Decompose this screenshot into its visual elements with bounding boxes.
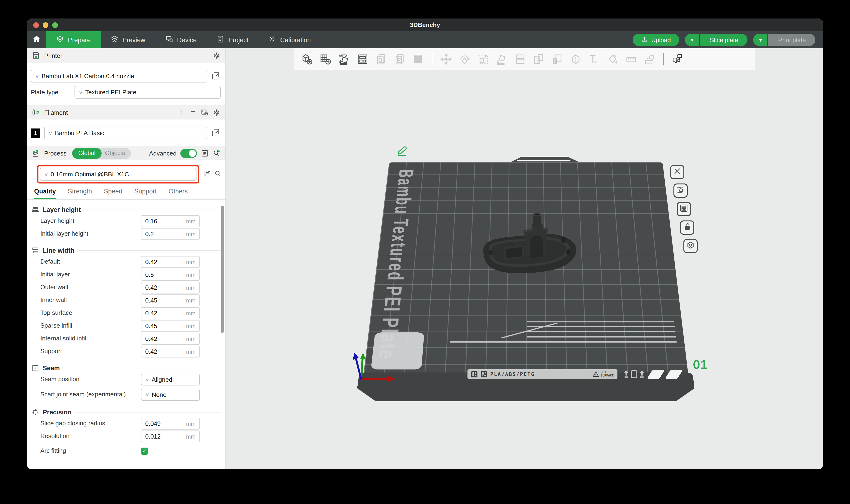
setting-value: 0.16 [145,218,157,225]
process-preset-value: 0.16mm Optimal @BBL X1C [51,171,129,178]
compare-presets-icon[interactable] [213,149,221,157]
plate-type-select[interactable]: ∨ Textured PEI Plate [74,86,221,98]
minimize-window-button[interactable] [43,22,48,28]
add-plate-icon[interactable] [319,53,332,65]
line-width-default-input[interactable]: 0.42mm [141,256,200,268]
color-paint-icon [607,53,619,65]
viewport-3d[interactable]: AUTO a [226,48,823,469]
print-plate-button[interactable]: Print plate [769,34,815,46]
precision-section-title: Precision [31,408,221,416]
plate-settings-button[interactable] [683,239,698,253]
search-settings-icon[interactable] [214,170,222,179]
initial-layer-height-input[interactable]: 0.2 mm [141,228,200,240]
delete-plate-button[interactable] [670,165,684,179]
rename-plate-pencil-icon[interactable] [396,145,408,157]
layer-height-input[interactable]: 0.16 mm [141,215,200,227]
home-button[interactable] [27,31,46,48]
process-icon [32,149,40,157]
split-to-parts-icon [514,53,526,65]
add-model-icon[interactable] [301,53,313,65]
layer-height-icon [31,206,39,214]
line-width-icon [31,247,39,255]
resolution-input[interactable]: 0.012mm [141,431,200,443]
close-icon [673,167,681,177]
tab-calibration[interactable]: Calibration [258,31,321,48]
print-dropdown-button[interactable]: ▼ [753,34,768,46]
edit-printer-icon[interactable] [211,72,220,80]
advanced-toggle[interactable] [180,149,197,158]
process-preset-select[interactable]: ∨ 0.16mm Optimal @BBL X1C [40,168,196,181]
tab-preview[interactable]: Preview [101,31,155,48]
toolbar-separator [663,53,664,65]
chevron-down-icon: ▼ [758,37,763,43]
edit-filament-icon[interactable] [211,128,220,138]
setting-value: None [152,391,166,398]
setting-row: Support 0.42mm [27,346,225,358]
line-width-initial-layer-input[interactable]: 0.5mm [141,269,200,281]
scope-objects[interactable]: Objects [102,150,131,157]
line-width-sparse-infill-input[interactable]: 0.45mm [141,320,200,332]
save-preset-icon[interactable] [204,170,211,179]
parameter-table-icon[interactable] [201,149,209,157]
calibration-icon [268,35,276,44]
close-window-button[interactable] [33,22,39,28]
arrange-plate-button[interactable] [677,202,691,216]
tab-project[interactable]: Project [207,31,258,48]
line-width-inner-wall-input[interactable]: 0.45mm [141,294,200,306]
line-width-internal-solid-infill-input[interactable]: 0.42mm [141,333,200,345]
zoom-window-button[interactable] [52,22,58,28]
tab-quality[interactable]: Quality [34,188,56,199]
tab-prepare[interactable]: Prepare [46,31,101,48]
printer-icon [32,51,40,60]
upload-icon [641,36,648,44]
setting-label: Arc fitting [40,448,141,455]
device-icon [165,35,173,44]
filament-preset-select[interactable]: ∨ Bambu PLA Basic [44,127,207,139]
add-filament-icon[interactable]: + [177,108,185,116]
printer-settings-gear-icon[interactable] [213,51,221,59]
tab-others[interactable]: Others [169,188,188,199]
ams-sync-icon[interactable] [201,108,209,116]
slice-dropdown-button[interactable]: ▼ [685,34,699,46]
filament-section-label: Filament [44,109,68,116]
print-split-button: ▼ Print plate [753,34,815,46]
scope-global[interactable]: Global [72,148,102,159]
setting-row: Sparse infill 0.45mm [27,320,225,332]
setting-row: Outer wall 0.42mm [27,282,225,293]
tab-speed[interactable]: Speed [104,188,122,199]
hot-surface-warning: HOTSURFACE [592,371,614,378]
line-width-outer-wall-input[interactable]: 0.42mm [141,282,200,293]
rotate-icon [458,53,471,65]
scarf-joint-seam-select[interactable]: ∨ None [141,389,200,400]
seam-position-select[interactable]: ∨ Aligned [141,374,200,385]
auto-orient-icon[interactable]: AUTO [338,53,350,65]
arrange-icon[interactable] [357,53,369,65]
settings-scrollbar[interactable] [221,206,224,333]
remove-filament-icon[interactable]: − [189,108,197,116]
import-process-icon [394,53,406,65]
line-width-top-surface-input[interactable]: 0.42mm [141,307,200,319]
lock-plate-button[interactable] [680,220,694,235]
prepare-icon [56,35,64,44]
tab-strength[interactable]: Strength [68,188,92,199]
upload-button[interactable]: Upload [633,34,679,46]
arc-fitting-checkbox[interactable]: ✓ [141,448,148,455]
tab-device[interactable]: Device [155,31,207,48]
setting-label: Seam position [40,376,141,383]
setting-unit: mm [186,218,195,224]
tab-support[interactable]: Support [134,188,157,199]
auto-orient-plate-button[interactable]: AUTO [674,183,688,198]
filament-settings-gear-icon[interactable] [213,108,221,116]
setting-label: Internal solid infill [40,335,141,342]
slice-gap-closing-radius-input[interactable]: 0.049mm [141,418,200,430]
split-objects-puzzle-icon[interactable] [672,53,684,65]
process-section-label: Process [44,149,66,157]
plate-material-label: PLA/ABS/PETG [490,371,535,377]
line-width-support-input[interactable]: 0.42mm [141,346,200,358]
benchy-model[interactable] [476,210,583,280]
slice-plate-button[interactable]: Slice plate [700,34,748,46]
tab-label: Calibration [280,36,311,43]
process-scope-toggle[interactable]: Global Objects [72,148,131,159]
printer-preset-select[interactable]: ∨ Bambu Lab X1 Carbon 0.4 nozzle [31,70,207,83]
filament-slot-badge: 1 [31,128,40,138]
